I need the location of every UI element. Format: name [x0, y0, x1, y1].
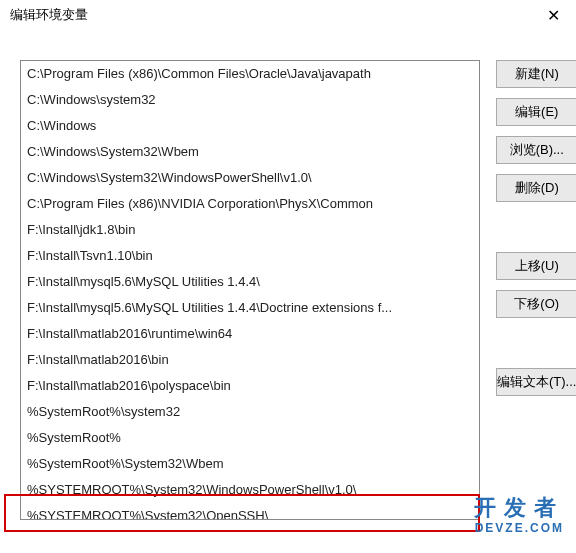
- close-icon: ✕: [547, 6, 560, 25]
- list-item[interactable]: %SYSTEMROOT%\System32\WindowsPowerShell\…: [21, 477, 479, 503]
- list-item[interactable]: F:\Install\jdk1.8\bin: [21, 217, 479, 243]
- list-item[interactable]: %SystemRoot%\system32: [21, 399, 479, 425]
- list-item[interactable]: C:\Windows\System32\Wbem: [21, 139, 479, 165]
- content-area: C:\Program Files (x86)\Common Files\Orac…: [0, 30, 576, 530]
- list-item[interactable]: C:\Program Files (x86)\NVIDIA Corporatio…: [21, 191, 479, 217]
- titlebar: 编辑环境变量 ✕: [0, 0, 576, 30]
- delete-button[interactable]: 删除(D): [496, 174, 576, 202]
- list-item[interactable]: C:\Windows\System32\WindowsPowerShell\v1…: [21, 165, 479, 191]
- list-item[interactable]: F:\Install\mysql5.6\MySQL Utilities 1.4.…: [21, 295, 479, 321]
- browse-button[interactable]: 浏览(B)...: [496, 136, 576, 164]
- list-item[interactable]: F:\Install\matlab2016\bin: [21, 347, 479, 373]
- edit-text-button[interactable]: 编辑文本(T)...: [496, 368, 576, 396]
- new-button[interactable]: 新建(N): [496, 60, 576, 88]
- list-item[interactable]: %SYSTEMROOT%\System32\OpenSSH\: [21, 503, 479, 520]
- move-down-button[interactable]: 下移(O): [496, 290, 576, 318]
- spacer: [496, 328, 576, 358]
- list-item[interactable]: F:\Install\matlab2016\polyspace\bin: [21, 373, 479, 399]
- list-item[interactable]: C:\Windows\system32: [21, 87, 479, 113]
- list-item[interactable]: %SystemRoot%: [21, 425, 479, 451]
- list-item[interactable]: %SystemRoot%\System32\Wbem: [21, 451, 479, 477]
- list-item[interactable]: F:\Install\mysql5.6\MySQL Utilities 1.4.…: [21, 269, 479, 295]
- list-item[interactable]: F:\Install\Tsvn1.10\bin: [21, 243, 479, 269]
- list-item[interactable]: F:\Install\matlab2016\runtime\win64: [21, 321, 479, 347]
- list-item[interactable]: C:\Windows: [21, 113, 479, 139]
- spacer: [496, 212, 576, 242]
- list-item[interactable]: C:\Program Files (x86)\Common Files\Orac…: [21, 61, 479, 87]
- edit-button[interactable]: 编辑(E): [496, 98, 576, 126]
- button-column: 新建(N) 编辑(E) 浏览(B)... 删除(D) 上移(U) 下移(O) 编…: [496, 60, 576, 520]
- close-button[interactable]: ✕: [530, 0, 576, 30]
- move-up-button[interactable]: 上移(U): [496, 252, 576, 280]
- listbox-wrap: C:\Program Files (x86)\Common Files\Orac…: [20, 60, 480, 520]
- path-listbox[interactable]: C:\Program Files (x86)\Common Files\Orac…: [20, 60, 480, 520]
- window-title: 编辑环境变量: [10, 6, 88, 24]
